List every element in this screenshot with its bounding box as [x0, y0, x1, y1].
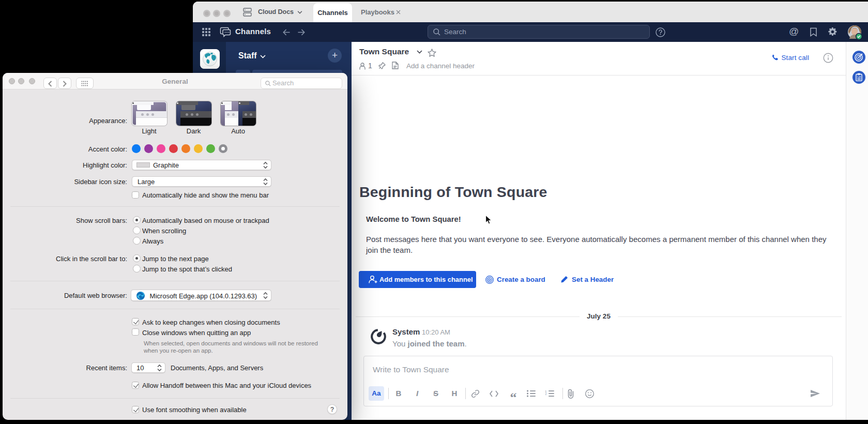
svg-text:2: 2	[545, 392, 547, 396]
